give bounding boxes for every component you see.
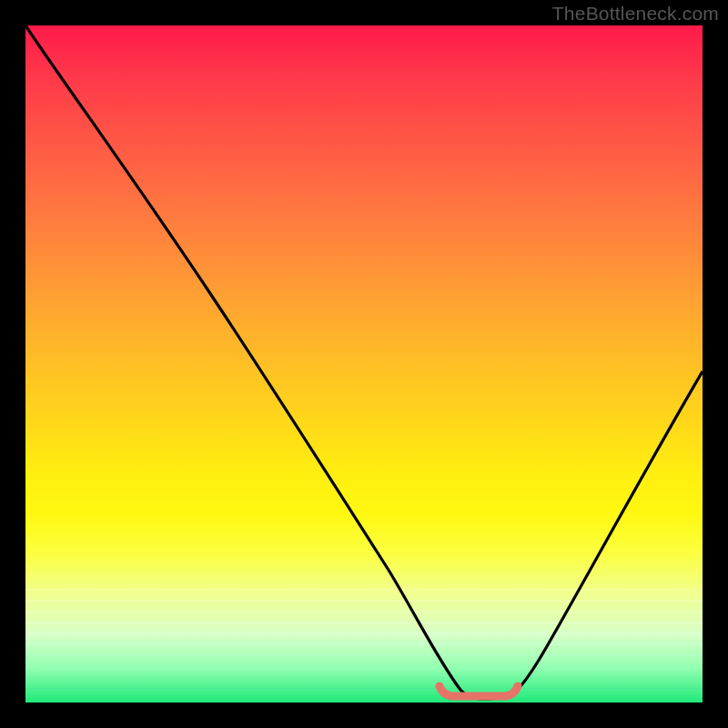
bottleneck-curve-path — [25, 25, 703, 699]
watermark-text: TheBottleneck.com — [552, 3, 719, 25]
chart-plot-area — [25, 25, 703, 703]
optimal-zone-marker — [440, 686, 518, 696]
chart-svg — [25, 25, 703, 703]
